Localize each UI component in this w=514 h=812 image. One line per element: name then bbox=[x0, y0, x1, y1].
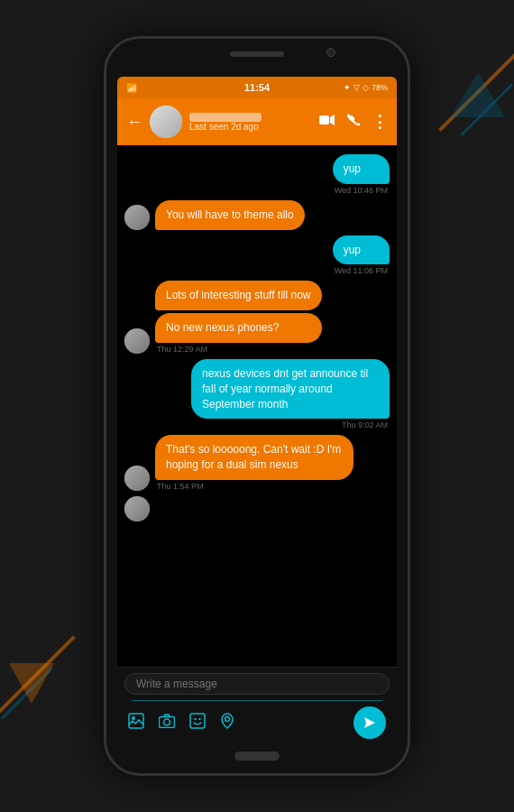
svg-point-8 bbox=[198, 718, 200, 720]
phone-frame: 📶 11:54 ✦ ▽ ◇ 78% ← bbox=[104, 36, 410, 776]
input-divider bbox=[132, 700, 382, 701]
message-group: Lots of interesting stuff till now No ne… bbox=[155, 281, 322, 343]
wifi-icon: ▽ bbox=[353, 83, 360, 92]
svg-rect-0 bbox=[319, 115, 329, 125]
svg-rect-2 bbox=[129, 714, 143, 728]
svg-point-3 bbox=[132, 716, 135, 720]
contact-name bbox=[189, 113, 312, 122]
status-bar-left: 📶 bbox=[126, 83, 137, 93]
bluetooth-icon: ✦ bbox=[344, 83, 351, 92]
svg-point-5 bbox=[164, 719, 170, 725]
svg-marker-1 bbox=[330, 115, 335, 125]
more-options-button[interactable]: ⋮ bbox=[372, 112, 388, 132]
message-content: That's so looooong. Can't wait :D I'm ho… bbox=[155, 435, 353, 491]
message-bubble: yup bbox=[333, 235, 390, 265]
voice-call-button[interactable] bbox=[346, 113, 361, 131]
phone-camera bbox=[326, 48, 335, 57]
sender-avatar bbox=[124, 205, 150, 230]
message-bubble: Lots of interesting stuff till now bbox=[155, 281, 322, 310]
status-bar: 📶 11:54 ✦ ▽ ◇ 78% bbox=[117, 77, 397, 98]
send-button[interactable] bbox=[353, 706, 386, 739]
app-bar-actions: ⋮ bbox=[319, 112, 388, 132]
camera-button[interactable] bbox=[159, 714, 175, 732]
signal-icon: ◇ bbox=[363, 83, 369, 92]
message-input-row bbox=[124, 673, 390, 695]
message-row: Lots of interesting stuff till now No ne… bbox=[124, 281, 390, 354]
message-row: yup Wed 10:46 PM bbox=[124, 154, 390, 195]
chat-area[interactable]: yup Wed 10:46 PM You will have to theme … bbox=[117, 145, 397, 667]
phone-home-button[interactable] bbox=[234, 752, 280, 761]
message-content: yup Wed 10:46 PM bbox=[333, 154, 390, 195]
gallery-button[interactable] bbox=[128, 713, 144, 733]
message-row: nexus devices dnt get announce til fall … bbox=[124, 359, 390, 429]
message-row: That's so looooong. Can't wait :D I'm ho… bbox=[124, 435, 390, 491]
message-bubble: No new nexus phones? bbox=[155, 313, 322, 343]
app-bar: ← Last seen 2d ago bbox=[117, 98, 397, 145]
back-button[interactable]: ← bbox=[126, 113, 142, 132]
message-time: Thu 1:54 PM bbox=[155, 482, 353, 491]
message-content: You will have to theme allo bbox=[155, 200, 305, 230]
contact-info: Last seen 2d ago bbox=[189, 113, 312, 132]
message-row: You will have to theme allo bbox=[124, 200, 390, 230]
message-bubble: nexus devices dnt get announce til fall … bbox=[191, 359, 390, 419]
input-bar bbox=[117, 667, 397, 744]
message-content: Lots of interesting stuff till now No ne… bbox=[155, 281, 322, 354]
typing-indicator-row bbox=[124, 496, 390, 521]
video-call-button[interactable] bbox=[319, 114, 335, 130]
message-time: Thu 9:02 AM bbox=[191, 420, 390, 429]
message-input[interactable] bbox=[136, 678, 378, 690]
location-button[interactable] bbox=[220, 713, 234, 733]
message-time: Wed 11:06 PM bbox=[333, 266, 390, 275]
svg-rect-6 bbox=[190, 714, 205, 728]
message-time: Wed 10:46 PM bbox=[333, 186, 390, 195]
sender-avatar bbox=[124, 328, 150, 354]
message-bubble: You will have to theme allo bbox=[155, 200, 305, 230]
sender-avatar bbox=[124, 466, 150, 491]
phone-screen: 📶 11:54 ✦ ▽ ◇ 78% ← bbox=[117, 77, 397, 744]
battery-text: 78% bbox=[372, 83, 388, 92]
message-time: Thu 12:29 AM bbox=[155, 345, 322, 354]
input-action-bar bbox=[124, 706, 390, 739]
message-bubble: That's so looooong. Can't wait :D I'm ho… bbox=[155, 435, 353, 480]
sender-avatar-typing bbox=[124, 496, 150, 521]
contact-status: Last seen 2d ago bbox=[189, 122, 312, 132]
phone-speaker bbox=[230, 51, 284, 57]
status-bar-right: ✦ ▽ ◇ 78% bbox=[344, 83, 388, 92]
sticker-button[interactable] bbox=[189, 713, 206, 733]
message-content: nexus devices dnt get announce til fall … bbox=[191, 359, 390, 429]
attachment-icons bbox=[128, 713, 234, 733]
message-content: yup Wed 11:06 PM bbox=[333, 235, 390, 276]
contact-avatar bbox=[150, 106, 182, 138]
message-bubble: yup bbox=[333, 154, 390, 184]
svg-point-7 bbox=[194, 718, 196, 720]
message-row: yup Wed 11:06 PM bbox=[124, 235, 390, 276]
svg-marker-10 bbox=[364, 717, 375, 728]
svg-point-9 bbox=[225, 717, 230, 722]
status-bar-time: 11:54 bbox=[244, 82, 270, 93]
